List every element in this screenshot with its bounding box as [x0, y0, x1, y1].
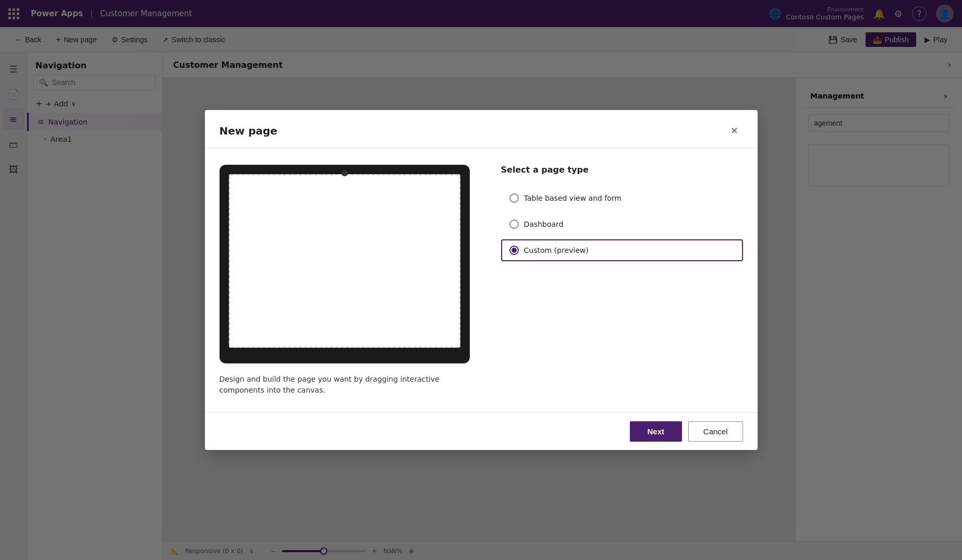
- modal-options-section: Select a page type Table based view and …: [501, 165, 743, 396]
- tablet-canvas: [229, 174, 460, 348]
- radio-option-dashboard[interactable]: Dashboard: [501, 213, 743, 235]
- page-preview: [220, 165, 470, 363]
- new-page-modal: New page ✕ Design and build the page you…: [205, 110, 758, 450]
- cancel-button[interactable]: Cancel: [688, 421, 743, 442]
- radio-option-table[interactable]: Table based view and form: [501, 187, 743, 209]
- modal-header: New page ✕: [205, 110, 758, 148]
- radio-label-dashboard: Dashboard: [524, 220, 564, 228]
- close-icon: ✕: [730, 125, 738, 137]
- modal-preview-section: Design and build the page you want by dr…: [220, 165, 470, 396]
- modal-footer: Next Cancel: [205, 412, 758, 450]
- modal-title: New page: [220, 125, 277, 137]
- radio-option-custom[interactable]: Custom (preview): [501, 239, 743, 261]
- radio-label-table: Table based view and form: [524, 194, 622, 202]
- radio-circle-table: [509, 193, 519, 203]
- radio-circle-custom: [509, 246, 519, 255]
- page-description: Design and build the page you want by dr…: [220, 374, 470, 396]
- tablet-notch: [342, 170, 348, 176]
- modal-body: Design and build the page you want by dr…: [205, 148, 758, 412]
- next-button[interactable]: Next: [630, 421, 682, 442]
- page-type-heading: Select a page type: [501, 165, 743, 175]
- radio-label-custom: Custom (preview): [524, 246, 589, 254]
- modal-close-button[interactable]: ✕: [726, 123, 743, 139]
- radio-circle-dashboard: [509, 220, 519, 229]
- modal-overlay: New page ✕ Design and build the page you…: [0, 0, 962, 560]
